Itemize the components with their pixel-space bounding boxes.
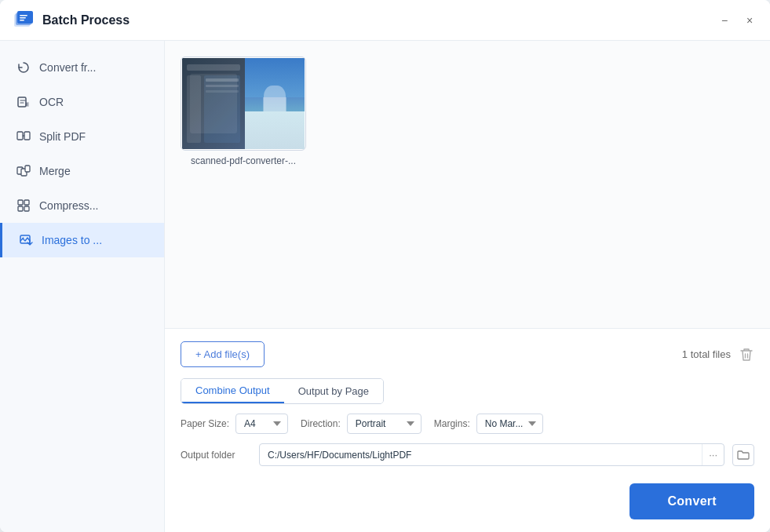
- sidebar-item-merge[interactable]: Merge: [0, 154, 164, 188]
- images-to-icon: [18, 232, 34, 248]
- svg-rect-8: [17, 132, 23, 140]
- svg-rect-6: [18, 97, 26, 107]
- sidebar-item-label: Images to ...: [42, 234, 102, 246]
- bottom-bar: + Add file(s) 1 total files: [165, 328, 770, 476]
- svg-rect-14: [24, 200, 29, 205]
- add-files-row: + Add file(s) 1 total files: [181, 341, 754, 367]
- svg-rect-13: [18, 200, 23, 205]
- convert-button[interactable]: Convert: [630, 483, 754, 519]
- tab-output-by-page[interactable]: Output by Page: [284, 379, 383, 403]
- file-count-area: 1 total files: [682, 347, 754, 363]
- thumbnail-img-right: [245, 58, 305, 149]
- margins-select[interactable]: No Mar... Small Medium Large: [476, 414, 543, 434]
- merge-icon: [16, 163, 31, 179]
- direction-label: Direction:: [301, 418, 341, 429]
- file-area: scanned-pdf-converter-...: [165, 41, 770, 328]
- window-controls: − ×: [717, 13, 757, 28]
- file-thumbnail[interactable]: scanned-pdf-converter-...: [181, 56, 306, 166]
- split-pdf-icon: [16, 129, 31, 144]
- paper-size-group: Paper Size: A4 Letter A3 B5: [181, 414, 288, 434]
- svg-rect-16: [24, 206, 29, 211]
- margins-group: Margins: No Mar... Small Medium Large: [434, 414, 543, 434]
- svg-rect-9: [24, 132, 30, 140]
- direction-select[interactable]: Portrait Landscape: [347, 414, 421, 434]
- convert-button-area: Convert: [165, 476, 770, 532]
- sidebar-item-images-to[interactable]: Images to ...: [0, 223, 164, 257]
- sidebar-item-label: Convert fr...: [39, 61, 96, 74]
- folder-dots-button[interactable]: ···: [702, 444, 724, 465]
- svg-rect-4: [20, 17, 26, 19]
- ocr-icon: [16, 94, 31, 110]
- thumbnail-img-left: [182, 58, 245, 149]
- svg-point-18: [23, 238, 24, 239]
- svg-rect-12: [25, 166, 30, 172]
- main-layout: Convert fr... OCR: [0, 41, 770, 532]
- add-files-button[interactable]: + Add file(s): [181, 341, 265, 367]
- svg-rect-7: [25, 102, 29, 107]
- folder-browse-button[interactable]: [732, 444, 754, 466]
- sidebar-item-label: OCR: [39, 96, 64, 108]
- tab-combine-output[interactable]: Combine Output: [181, 379, 284, 403]
- output-folder-label: Output folder: [181, 450, 251, 461]
- svg-rect-5: [20, 20, 24, 21]
- paper-size-label: Paper Size:: [181, 418, 229, 429]
- app-logo: [13, 9, 35, 31]
- app-title: Batch Process: [42, 13, 717, 27]
- sidebar-item-label: Split PDF: [39, 130, 86, 143]
- sidebar-item-label: Compress...: [39, 199, 98, 212]
- sidebar-item-compress[interactable]: Compress...: [0, 188, 164, 223]
- convert-from-icon: [16, 60, 31, 75]
- svg-rect-3: [20, 15, 27, 16]
- thumbnail-frame: [181, 56, 306, 151]
- bottom-section: + Add file(s) 1 total files: [165, 328, 770, 532]
- title-bar: Batch Process − ×: [0, 0, 770, 41]
- compress-icon: [16, 198, 31, 213]
- minimize-button[interactable]: −: [717, 13, 732, 28]
- direction-group: Direction: Portrait Landscape: [301, 414, 421, 434]
- sidebar-item-split-pdf[interactable]: Split PDF: [0, 119, 164, 154]
- svg-rect-15: [18, 206, 23, 211]
- delete-all-button[interactable]: [739, 347, 754, 363]
- output-tabs: Combine Output Output by Page: [181, 378, 384, 404]
- close-button[interactable]: ×: [742, 13, 757, 28]
- sidebar-item-convert-from[interactable]: Convert fr...: [0, 50, 164, 85]
- paper-size-select[interactable]: A4 Letter A3 B5: [235, 414, 288, 434]
- sidebar: Convert fr... OCR: [0, 41, 165, 532]
- file-count-text: 1 total files: [682, 348, 731, 360]
- folder-input-wrap: ···: [259, 443, 724, 466]
- settings-row: Paper Size: A4 Letter A3 B5 Direction:: [181, 414, 754, 434]
- sidebar-item-ocr[interactable]: OCR: [0, 85, 164, 119]
- thumbnail-image: [182, 58, 305, 149]
- folder-path-input[interactable]: [260, 445, 702, 465]
- sidebar-item-label: Merge: [39, 165, 71, 177]
- margins-label: Margins:: [434, 418, 470, 429]
- output-folder-row: Output folder ···: [181, 443, 754, 466]
- app-window: Batch Process − × Convert fr...: [0, 0, 770, 532]
- file-name: scanned-pdf-converter-...: [191, 155, 296, 166]
- content-area: scanned-pdf-converter-... + Add file(s) …: [165, 41, 770, 532]
